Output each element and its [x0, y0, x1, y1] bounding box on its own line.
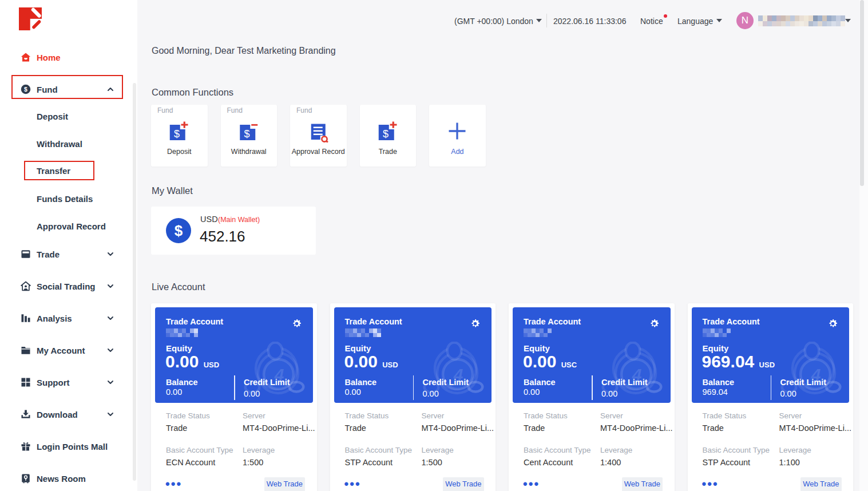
svg-text:$: $	[244, 128, 249, 140]
svg-text:$: $	[383, 128, 389, 140]
svg-text:$: $	[174, 128, 180, 140]
svg-text:$: $	[24, 86, 27, 93]
